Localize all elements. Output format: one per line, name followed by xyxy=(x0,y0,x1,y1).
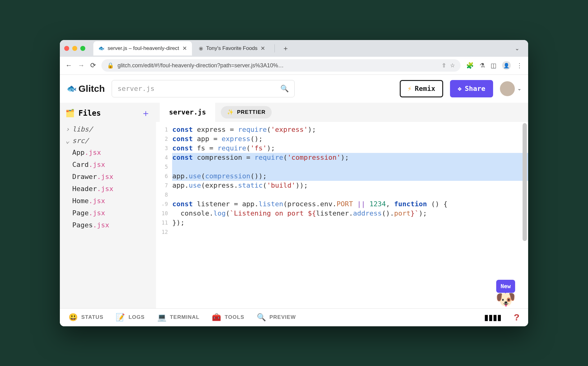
code-editor[interactable]: 12345678⌄ 9101112 const express = requir… xyxy=(156,122,528,308)
tab-title: server.js – foul-heavenly-direct xyxy=(108,45,179,51)
file-item[interactable]: Page.jsx xyxy=(60,207,156,219)
tab-favicon: ◉ xyxy=(199,45,203,51)
new-tab-button[interactable]: ＋ xyxy=(279,42,292,54)
bottombar-terminal[interactable]: 💻TERMINAL xyxy=(157,313,200,322)
share-button[interactable]: ❖ Share xyxy=(450,80,493,97)
back-button[interactable]: ← xyxy=(65,61,72,69)
tabs-dropdown-icon[interactable]: ⌄ xyxy=(510,45,524,52)
browser-toolbar: ← → ⟳ 🔒 glitch.com/edit/#!/foul-heavenly… xyxy=(60,57,528,75)
share-label: Share xyxy=(465,85,485,92)
prettier-label: PRETTIER xyxy=(237,109,265,115)
tab-close-icon[interactable]: ✕ xyxy=(261,45,265,52)
prettier-button[interactable]: ✨ PRETTIER xyxy=(221,106,272,118)
remix-label: Remix xyxy=(415,85,435,92)
browser-tab[interactable]: ◉ Tony's Favorite Foods ✕ xyxy=(194,41,270,56)
glitch-logo-icon: 🐟 xyxy=(67,84,77,93)
file-item[interactable]: Card.jsx xyxy=(60,158,156,171)
sidepanel-icon[interactable]: ◫ xyxy=(491,62,497,69)
close-window-button[interactable] xyxy=(64,46,69,51)
glitch-brand-text: Glitch xyxy=(78,83,105,94)
file-item[interactable]: Pages.jsx xyxy=(60,219,156,231)
share-page-icon[interactable]: ⇧ xyxy=(442,62,446,69)
tab-title: Tony's Favorite Foods xyxy=(206,45,258,51)
url-text: glitch.com/edit/#!/foul-heavenly-directi… xyxy=(118,62,438,69)
browser-window: 🐟 server.js – foul-heavenly-direct ✕ ◉ T… xyxy=(60,40,528,326)
new-bubble: New xyxy=(496,280,515,293)
labs-icon[interactable]: ⚗ xyxy=(479,62,485,69)
file-tree: ›libs/⌄src/App.jsxCard.jsxDrawer.jsxHead… xyxy=(60,122,156,232)
forward-button[interactable]: → xyxy=(78,61,85,69)
sidebar: 🗂️ Files ＋ ›libs/⌄src/App.jsxCard.jsxDra… xyxy=(60,103,156,308)
bottombar-logs[interactable]: 📝LOGS xyxy=(116,313,145,322)
file-item[interactable]: Drawer.jsx xyxy=(60,171,156,183)
search-icon: 🔍 xyxy=(280,85,289,92)
mascot-icon: 🐶 xyxy=(496,295,516,304)
files-header: 🗂️ Files ＋ xyxy=(60,103,156,122)
chevron-down-icon: ⌄ xyxy=(517,86,521,92)
file-item[interactable]: Header.jsx xyxy=(60,183,156,195)
tab-favicon: 🐟 xyxy=(98,45,105,51)
lock-icon: 🔒 xyxy=(107,62,114,69)
app-header: 🐟 Glitch server.js 🔍 ⚡ Remix ❖ Share ⌄ xyxy=(60,75,528,103)
help-icon[interactable]: ? xyxy=(514,312,519,323)
line-gutter: 12345678⌄ 9101112 xyxy=(156,122,170,308)
file-item[interactable]: App.jsx xyxy=(60,146,156,158)
file-item[interactable]: Home.jsx xyxy=(60,195,156,207)
glitch-logo[interactable]: 🐟 Glitch xyxy=(67,83,105,94)
editor-tab-active[interactable]: server.js xyxy=(160,103,215,122)
files-icon: 🗂️ xyxy=(65,109,75,118)
keyboard-shortcuts-icon[interactable]: ▮▮▮▮ xyxy=(484,313,501,322)
folder-item[interactable]: ⌄src/ xyxy=(60,135,156,146)
sparkle-icon: ✨ xyxy=(227,109,234,115)
bottombar-preview[interactable]: 🔍PREVIEW xyxy=(257,313,296,322)
account-menu[interactable]: ⌄ xyxy=(500,81,521,96)
bottom-bar: 😃STATUS📝LOGS💻TERMINAL🧰TOOLS🔍PREVIEW ▮▮▮▮… xyxy=(60,308,528,326)
bolt-icon: ⚡ xyxy=(408,85,412,92)
code-content: const express = require('express');const… xyxy=(170,122,528,308)
browser-tab-strip: 🐟 server.js – foul-heavenly-direct ✕ ◉ T… xyxy=(60,40,528,57)
remix-button[interactable]: ⚡ Remix xyxy=(400,80,443,97)
profile-icon[interactable]: 👤 xyxy=(502,61,511,70)
reload-button[interactable]: ⟳ xyxy=(90,61,96,69)
bookmark-star-icon[interactable]: ☆ xyxy=(450,62,455,69)
kebab-menu-icon[interactable]: ⋮ xyxy=(516,62,523,69)
maximize-window-button[interactable] xyxy=(80,46,85,51)
scrollbar-thumb[interactable] xyxy=(523,123,527,241)
folder-item[interactable]: ›libs/ xyxy=(60,123,156,135)
share-icon: ❖ xyxy=(458,85,462,92)
tab-separator xyxy=(274,44,275,52)
search-input[interactable]: server.js 🔍 xyxy=(112,80,295,97)
extensions-icon[interactable]: 🧩 xyxy=(466,62,474,69)
editor-pane: server.js ✨ PRETTIER 12345678⌄ 9101112 c… xyxy=(156,103,528,308)
tab-close-icon[interactable]: ✕ xyxy=(182,45,187,52)
minimize-window-button[interactable] xyxy=(72,46,77,51)
bottombar-status[interactable]: 😃STATUS xyxy=(69,313,103,322)
window-controls xyxy=(64,46,85,51)
main-area: 🗂️ Files ＋ ›libs/⌄src/App.jsxCard.jsxDra… xyxy=(60,103,528,308)
whats-new-badge[interactable]: New 🐶 xyxy=(496,280,516,304)
avatar xyxy=(500,81,515,96)
browser-tab-active[interactable]: 🐟 server.js – foul-heavenly-direct ✕ xyxy=(93,41,192,56)
editor-tab-bar: server.js ✨ PRETTIER xyxy=(156,103,528,122)
add-file-button[interactable]: ＋ xyxy=(141,107,150,120)
address-bar[interactable]: 🔒 glitch.com/edit/#!/foul-heavenly-direc… xyxy=(101,59,461,72)
bottombar-tools[interactable]: 🧰TOOLS xyxy=(212,313,244,322)
files-title: Files xyxy=(78,109,101,118)
search-placeholder: server.js xyxy=(118,85,154,92)
scrollbar[interactable] xyxy=(523,123,527,247)
